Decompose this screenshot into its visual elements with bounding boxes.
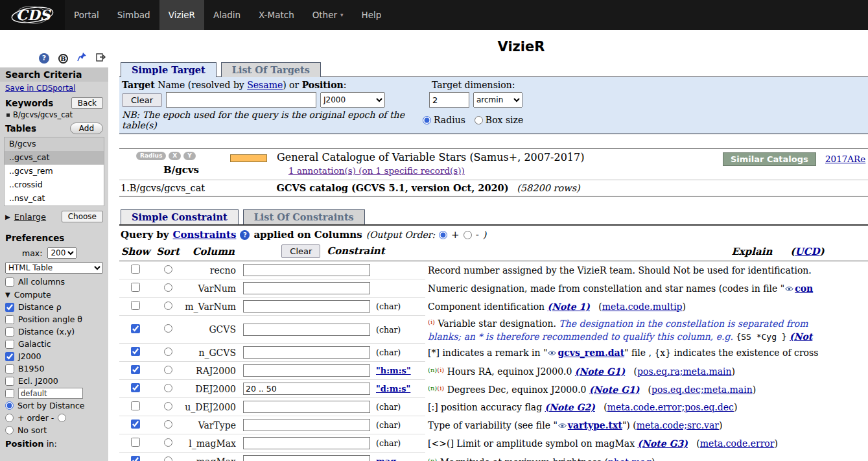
ucd-link[interactable]: pos.eq.dec;meta.main: [651, 384, 753, 395]
column-sort-radio[interactable]: [164, 456, 172, 461]
file-link[interactable]: con: [784, 283, 813, 294]
show-checkbox[interactable]: [131, 324, 140, 333]
table-item[interactable]: ..gcvs_cat: [5, 151, 104, 165]
compute-checkbox[interactable]: [5, 327, 14, 337]
ucd-header-link[interactable]: UCD: [795, 246, 819, 257]
catalog-pill[interactable]: X: [169, 152, 181, 160]
ucd-link[interactable]: phot.mag: [608, 457, 651, 461]
enlarge-link[interactable]: Enlarge: [14, 212, 46, 222]
nav-item-aladin[interactable]: Aladin: [204, 0, 250, 30]
compute-option[interactable]: Ecl. J2000: [0, 375, 108, 387]
table-item[interactable]: ..crossid: [5, 178, 104, 192]
compute-checkbox[interactable]: [5, 377, 14, 386]
constraint-input[interactable]: [243, 401, 370, 413]
constraint-input[interactable]: [243, 324, 370, 336]
column-sort-radio[interactable]: [164, 283, 172, 292]
reference-link[interactable]: 2017ARe: [825, 154, 865, 164]
column-sort-radio[interactable]: [164, 265, 172, 274]
note-link[interactable]: (Not: [790, 331, 812, 342]
compute-option[interactable]: Galactic: [0, 338, 108, 350]
target-name-input[interactable]: [166, 92, 316, 108]
constraint-input[interactable]: [243, 282, 370, 294]
note-link[interactable]: (Note G1): [575, 366, 625, 377]
order-ascending-radio[interactable]: [439, 231, 447, 239]
compute-option[interactable]: J2000: [0, 350, 108, 362]
default-option[interactable]: [0, 387, 108, 399]
show-checkbox[interactable]: [131, 383, 140, 392]
nav-item-help[interactable]: Help: [353, 0, 391, 30]
box-size-radio[interactable]: [475, 116, 483, 124]
show-checkbox[interactable]: [131, 365, 140, 374]
show-checkbox[interactable]: [131, 283, 140, 292]
save-cdsportal-link[interactable]: Save in CDSportal: [5, 84, 76, 93]
compute-option[interactable]: Distance (x,y): [0, 325, 108, 338]
ucd-link[interactable]: meta.code.error;pos.eq.dec: [607, 402, 734, 412]
show-checkbox[interactable]: [131, 420, 140, 429]
unit-link[interactable]: "h:m:s": [376, 366, 411, 375]
constraint-input[interactable]: [243, 264, 370, 276]
tab-simple-constraint[interactable]: Simple Constraint: [121, 209, 239, 224]
pin-icon[interactable]: [77, 52, 87, 64]
compute-checkbox[interactable]: [5, 352, 14, 361]
nav-item-portal[interactable]: Portal: [65, 0, 108, 30]
annotation-link[interactable]: 1 annotation(s) (on 1 specific record(s)…: [288, 165, 584, 176]
radius-option[interactable]: Radius: [423, 115, 465, 125]
frame-select[interactable]: J2000: [320, 92, 385, 108]
add-table-button[interactable]: Add: [70, 123, 103, 134]
column-sort-radio[interactable]: [164, 324, 172, 333]
detach-icon[interactable]: [96, 53, 106, 64]
note-link[interactable]: (Note G2): [545, 402, 595, 412]
help-icon[interactable]: ?: [39, 53, 49, 64]
cds-logo[interactable]: CDS: [0, 0, 65, 30]
ucd-link[interactable]: meta.code.multip: [602, 301, 683, 312]
clear-constraints-button[interactable]: Clear: [281, 244, 320, 258]
column-sort-radio[interactable]: [164, 366, 172, 374]
file-link[interactable]: vartype.txt: [557, 420, 622, 431]
ucd-link[interactable]: pos.eq.ra;meta.main: [637, 366, 732, 377]
dimension-unit-select[interactable]: arcmin: [473, 92, 522, 108]
column-sort-radio[interactable]: [164, 384, 172, 392]
nav-item-vizier[interactable]: VizieR: [159, 0, 204, 30]
compute-option[interactable]: Distance ρ: [0, 301, 108, 313]
bookmark-icon[interactable]: B: [58, 54, 68, 64]
table-item[interactable]: ..gcvs_rem: [5, 165, 104, 178]
help-icon[interactable]: ?: [240, 230, 250, 240]
sort-option[interactable]: Sort by Distance: [0, 399, 108, 412]
compute-option[interactable]: B1950: [0, 362, 108, 375]
ucd-link[interactable]: meta.code;src.var: [637, 420, 719, 431]
show-checkbox[interactable]: [131, 456, 140, 461]
show-checkbox[interactable]: [131, 301, 140, 310]
unit-link[interactable]: "d:m:s": [376, 384, 410, 394]
sort-radio[interactable]: [5, 426, 14, 434]
show-checkbox[interactable]: [131, 401, 140, 410]
sort-option[interactable]: + order -: [0, 412, 108, 424]
constraint-input[interactable]: [243, 437, 370, 449]
compute-toggle[interactable]: ▼ Compute: [0, 288, 108, 301]
compute-option[interactable]: Position angle θ: [0, 313, 108, 325]
note-link[interactable]: (Note G1): [589, 384, 639, 395]
sort-radio[interactable]: [5, 401, 14, 410]
constraint-input[interactable]: [243, 455, 370, 461]
choose-button[interactable]: Choose: [62, 211, 103, 222]
compute-checkbox[interactable]: [5, 315, 14, 324]
nav-item-simbad[interactable]: Simbad: [108, 0, 159, 30]
ucd-link[interactable]: meta.code.error: [700, 438, 775, 449]
constraint-input[interactable]: [243, 364, 370, 377]
tab-list-of-constraints[interactable]: List Of Constraints: [243, 209, 365, 224]
compute-checkbox[interactable]: [5, 303, 14, 312]
note-link[interactable]: (Note G3): [638, 438, 688, 449]
nav-item-x-match[interactable]: X-Match: [250, 0, 303, 30]
table-item[interactable]: ..nsv_cat: [5, 192, 104, 206]
compute-checkbox[interactable]: [5, 340, 14, 349]
sort-radio[interactable]: [58, 414, 66, 422]
note-link[interactable]: (Note 1): [548, 301, 590, 312]
column-sort-radio[interactable]: [164, 438, 172, 447]
constraints-link[interactable]: Constraints: [173, 229, 237, 241]
catalog-pill[interactable]: Y: [183, 152, 196, 160]
all-columns-option[interactable]: All columns: [0, 276, 108, 288]
unit-link[interactable]: mag: [376, 456, 396, 461]
constraint-input[interactable]: [243, 419, 370, 431]
constraint-input[interactable]: [243, 300, 370, 313]
compute-checkbox[interactable]: [5, 364, 14, 373]
column-sort-radio[interactable]: [164, 402, 172, 410]
